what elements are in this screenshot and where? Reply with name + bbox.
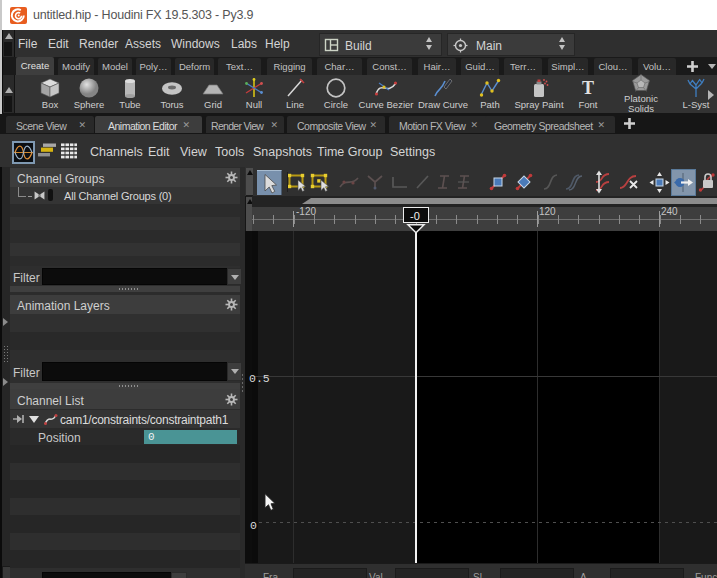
svg-text:T: T: [582, 78, 594, 98]
